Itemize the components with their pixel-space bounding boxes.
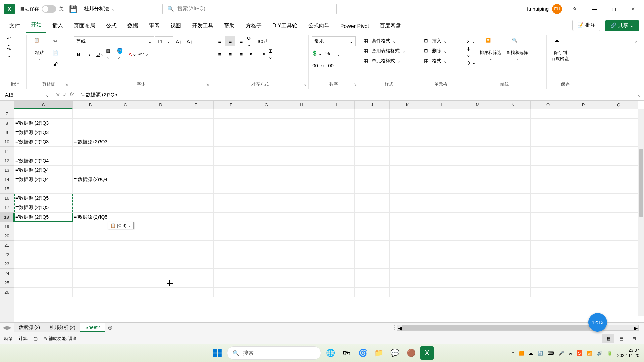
cell-M13[interactable] [460,166,495,175]
row-header-25[interactable]: 25 [0,278,14,288]
row-header-7[interactable]: 7 [0,109,14,119]
cell-P21[interactable] [566,241,601,250]
orientation-button[interactable]: ⟳ ⌄ [247,36,257,46]
cell-A7[interactable] [14,109,73,118]
cell-Q15[interactable] [601,184,636,193]
cell-C13[interactable] [108,166,143,175]
cell-M25[interactable] [460,278,495,287]
cell-Q17[interactable] [601,203,636,212]
cell-D17[interactable] [143,203,178,212]
col-header-M[interactable]: M [460,101,495,109]
cell-E17[interactable] [178,203,214,212]
cell-F22[interactable] [214,250,249,259]
cell-I18[interactable] [319,213,355,222]
ribbon-tab-8[interactable]: 开发工具 [187,19,218,33]
ribbon-tab-3[interactable]: 页面布局 [69,19,100,33]
fill-button[interactable]: ⬇ ⌄ [466,47,476,57]
col-header-A[interactable]: A [14,101,73,109]
ribbon-tab-10[interactable]: 方格子 [241,19,266,33]
col-header-G[interactable]: G [249,101,284,109]
cell-C17[interactable] [108,203,143,212]
cell-A20[interactable] [14,231,73,240]
cell-B19[interactable] [73,222,108,231]
cell-J26[interactable] [355,288,390,297]
spreadsheet-grid[interactable]: ABCDEFGHIJKLMNOPQ 7891011121314151617181… [0,101,644,322]
cell-O23[interactable] [531,259,566,268]
cell-K18[interactable] [390,213,425,222]
cell-D26[interactable] [143,288,178,297]
cell-L8[interactable] [425,119,460,128]
cut-button[interactable]: ✂ [50,36,60,46]
select-all-corner[interactable] [0,101,14,109]
dialog-launcher[interactable]: ↘ [354,82,357,87]
font-color-button[interactable]: A ⌄ [127,49,138,59]
cell-F19[interactable] [214,222,249,231]
cell-K21[interactable] [390,241,425,250]
cell-M7[interactable] [460,109,495,118]
cell-C20[interactable] [108,231,143,240]
cell-E20[interactable] [178,231,214,240]
cell-N12[interactable] [495,156,531,165]
cell-I11[interactable] [319,147,355,156]
cell-B15[interactable] [73,184,108,193]
cell-J23[interactable] [355,259,390,268]
start-button[interactable] [210,346,224,360]
cell-Q12[interactable] [601,156,636,165]
cell-Q9[interactable] [601,128,636,137]
cell-F15[interactable] [214,184,249,193]
cell-F17[interactable] [214,203,249,212]
tray-chevron-icon[interactable]: ^ [512,351,514,356]
cell-N26[interactable] [495,288,531,297]
col-header-H[interactable]: H [284,101,319,109]
cell-E19[interactable] [178,222,214,231]
row-header-9[interactable]: 9 [0,128,14,137]
volume-icon[interactable]: 🔊 [597,351,602,356]
cell-O25[interactable] [531,278,566,287]
cell-E23[interactable] [178,259,214,268]
cell-I17[interactable] [319,203,355,212]
cell-C26[interactable] [108,288,143,297]
cell-K13[interactable] [390,166,425,175]
cell-M16[interactable] [460,194,495,203]
cell-L17[interactable] [425,203,460,212]
cell-M20[interactable] [460,231,495,240]
border-button[interactable]: ▦ ⌄ [106,49,116,59]
cell-K11[interactable] [390,147,425,156]
col-header-D[interactable]: D [143,101,178,109]
cell-P19[interactable] [566,222,601,231]
cell-F24[interactable] [214,269,249,278]
cell-O8[interactable] [531,119,566,128]
cell-A19[interactable] [14,222,73,231]
cell-G12[interactable] [249,156,284,165]
taskbar-search[interactable]: 🔍搜索 [227,346,321,360]
cell-C21[interactable] [108,241,143,250]
cell-L20[interactable] [425,231,460,240]
cell-O19[interactable] [531,222,566,231]
minimize-button[interactable]: — [588,2,601,16]
decrease-indent-button[interactable]: ⇤ [247,49,257,59]
row-header-21[interactable]: 21 [0,241,14,250]
align-middle-button[interactable]: ≡ [225,36,235,46]
cell-I23[interactable] [319,259,355,268]
cell-Q20[interactable] [601,231,636,240]
cell-I20[interactable] [319,231,355,240]
col-header-N[interactable]: N [495,101,531,109]
cell-Q10[interactable] [601,137,636,146]
cell-I15[interactable] [319,184,355,193]
col-header-K[interactable]: K [390,101,425,109]
cell-D10[interactable] [143,137,178,146]
cell-F11[interactable] [214,147,249,156]
cell-H7[interactable] [284,109,319,118]
cell-M12[interactable] [460,156,495,165]
normal-view-button[interactable]: ▦ [602,334,614,343]
cell-G10[interactable] [249,137,284,146]
cell-O12[interactable] [531,156,566,165]
cell-H19[interactable] [284,222,319,231]
cell-F7[interactable] [214,109,249,118]
cell-P9[interactable] [566,128,601,137]
cell-G22[interactable] [249,250,284,259]
cell-D23[interactable] [143,259,178,268]
cell-C8[interactable] [108,119,143,128]
cell-N23[interactable] [495,259,531,268]
cell-L25[interactable] [425,278,460,287]
